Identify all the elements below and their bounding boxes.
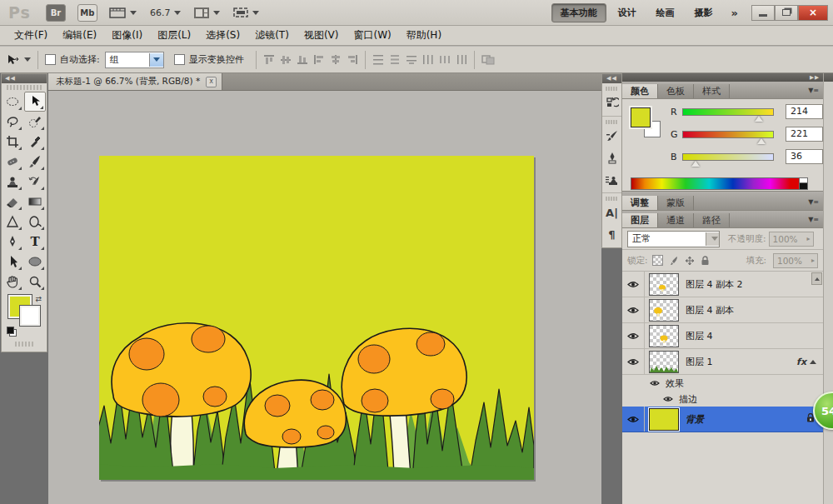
workspace-overflow-button[interactable]: » (731, 7, 738, 19)
arrange-documents-button[interactable] (194, 7, 220, 19)
dock-collapse-button[interactable]: ◀◀ (602, 74, 621, 83)
tab-adjustments[interactable]: 调整 (622, 196, 658, 210)
layer-row[interactable]: 图层 1 fx (622, 349, 823, 375)
menu-view[interactable]: 视图(V) (297, 25, 347, 46)
align-top-edges-icon[interactable] (263, 54, 275, 65)
tab-paths[interactable]: 路径 (694, 213, 730, 227)
auto-select-dropdown[interactable]: 组 (105, 52, 164, 68)
align-bottom-edges-icon[interactable] (297, 54, 308, 65)
ramp-black-swatch[interactable] (799, 182, 808, 190)
layer-thumbnail[interactable] (649, 408, 679, 431)
move-tool-button[interactable] (24, 92, 46, 112)
crop-tool-button[interactable] (2, 132, 23, 152)
layer-thumbnail[interactable] (649, 351, 679, 373)
green-slider-thumb[interactable] (757, 138, 766, 144)
visibility-eye-icon[interactable] (626, 307, 641, 314)
tab-swatches[interactable]: 色板 (658, 84, 694, 98)
lock-pixels-button[interactable] (668, 255, 680, 267)
tab-close-icon[interactable]: x (206, 77, 217, 87)
gradient-tool-button[interactable] (24, 192, 46, 212)
align-left-edges-icon[interactable] (313, 54, 325, 65)
bridge-button[interactable]: Br (46, 4, 66, 22)
align-vertical-centers-icon[interactable] (280, 54, 292, 65)
layer-thumbnail[interactable] (649, 325, 679, 347)
auto-align-layers-icon[interactable] (481, 54, 495, 65)
layer-name[interactable]: 图层 4 (686, 330, 713, 342)
layer-row-selected[interactable]: 背景 (622, 407, 823, 432)
layer-name[interactable]: 图层 1 (686, 356, 713, 368)
distribute-left-edges-icon[interactable] (422, 54, 434, 65)
visibility-eye-icon[interactable] (626, 416, 641, 423)
canvas[interactable] (99, 156, 534, 480)
tab-masks[interactable]: 蒙版 (658, 196, 694, 210)
layer-row[interactable]: 图层 4 (622, 323, 823, 349)
red-slider[interactable] (682, 108, 774, 116)
panel-menu-icon[interactable]: ▼≡ (804, 195, 823, 210)
align-horizontal-centers-icon[interactable] (330, 54, 342, 65)
swap-colors-icon[interactable]: ⇄ (35, 295, 42, 303)
distribute-top-edges-icon[interactable] (372, 54, 384, 65)
show-transform-checkbox[interactable] (174, 54, 185, 65)
zoom-tool-button[interactable] (24, 272, 46, 292)
visibility-eye-icon[interactable] (626, 358, 641, 366)
layer-name[interactable]: 图层 4 副本 2 (686, 278, 743, 291)
workspace-essentials-button[interactable]: 基本功能 (551, 3, 606, 22)
character-panel-button[interactable]: A| (602, 202, 621, 223)
auto-select-checkbox[interactable] (45, 54, 56, 65)
layer-row[interactable]: 图层 4 副本 2 (622, 272, 823, 297)
layer-thumbnail[interactable] (649, 299, 679, 322)
lock-all-button[interactable] (700, 255, 711, 267)
view-extras-button[interactable] (109, 7, 137, 19)
dropdown-button[interactable] (706, 232, 719, 246)
align-right-edges-icon[interactable] (347, 54, 358, 65)
default-colors-icon[interactable] (7, 327, 17, 337)
document-tab[interactable]: 未标题-1 @ 66.7% (背景, RGB/8) * x (48, 73, 222, 90)
visibility-eye-icon[interactable] (647, 380, 662, 387)
distribute-bottom-edges-icon[interactable] (406, 54, 417, 65)
visibility-eye-icon[interactable] (626, 332, 641, 340)
paragraph-panel-button[interactable]: ¶ (602, 223, 621, 245)
mini-bridge-button[interactable]: Mb (77, 4, 97, 22)
foreground-color-swatch[interactable] (631, 107, 651, 127)
marquee-tool-button[interactable] (2, 92, 23, 112)
scroll-up-button[interactable] (811, 272, 822, 285)
red-slider-thumb[interactable] (755, 116, 763, 122)
distribute-vertical-centers-icon[interactable] (389, 54, 401, 65)
dodge-tool-button[interactable] (24, 212, 46, 232)
dock-grip[interactable] (606, 197, 618, 201)
healing-brush-tool-button[interactable] (2, 152, 23, 172)
menu-window[interactable]: 窗口(W) (346, 25, 398, 46)
type-tool-button[interactable]: T (24, 232, 46, 252)
lock-position-button[interactable] (684, 255, 696, 267)
close-button[interactable]: × (798, 5, 828, 21)
dock-grip[interactable] (606, 87, 618, 91)
visibility-eye-icon[interactable] (626, 281, 641, 288)
screen-mode-button[interactable] (233, 7, 259, 18)
blue-slider-thumb[interactable] (691, 161, 700, 167)
blend-mode-dropdown[interactable]: 正常 (627, 231, 720, 247)
workspace-design-button[interactable]: 设计 (610, 4, 645, 22)
effects-group-label[interactable]: 效果 (666, 377, 684, 390)
red-value-field[interactable]: 214 (786, 104, 823, 119)
menu-select[interactable]: 选择(S) (198, 25, 247, 46)
tools-collapse-button[interactable]: ◀◀ (2, 74, 47, 83)
eraser-tool-button[interactable] (2, 192, 23, 212)
menu-filter[interactable]: 滤镜(T) (247, 25, 297, 46)
blue-slider[interactable] (682, 153, 774, 161)
shape-tool-button[interactable] (24, 252, 46, 272)
menu-edit[interactable]: 编辑(E) (55, 25, 104, 46)
pen-tool-button[interactable] (2, 232, 23, 252)
tab-layers[interactable]: 图层 (622, 213, 658, 227)
layer-name[interactable]: 图层 4 副本 (686, 304, 734, 317)
brush-tool-button[interactable] (24, 152, 46, 172)
history-panel-button[interactable] (602, 92, 621, 113)
tool-preset-picker[interactable] (5, 54, 31, 66)
workspace-painting-button[interactable]: 绘画 (648, 4, 683, 22)
minimize-button[interactable] (751, 5, 775, 21)
tab-styles[interactable]: 样式 (694, 84, 730, 98)
history-brush-tool-button[interactable] (24, 172, 46, 192)
blue-value-field[interactable]: 36 (786, 149, 823, 164)
gutter-expand-button[interactable] (824, 73, 833, 82)
tools-grip[interactable] (7, 85, 42, 90)
quick-selection-tool-button[interactable] (24, 112, 46, 132)
